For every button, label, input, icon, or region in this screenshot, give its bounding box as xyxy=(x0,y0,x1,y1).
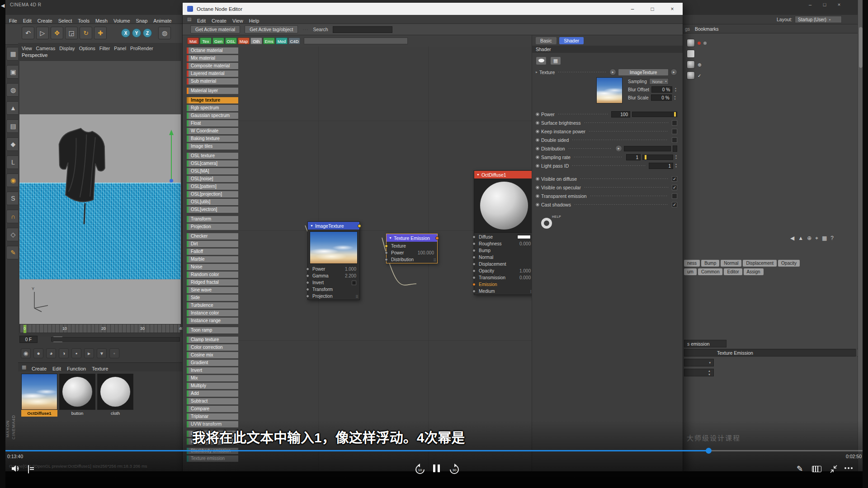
transparent-emission-checkbox[interactable] xyxy=(672,193,677,199)
node-type-instance-color[interactable]: Instance color xyxy=(187,310,238,316)
channel-tab-assign[interactable]: Assign xyxy=(744,268,764,275)
sampling-rate-field[interactable]: 1 xyxy=(626,154,641,160)
node-type-subtract[interactable]: Subtract xyxy=(187,398,238,404)
param-row-opacity[interactable]: Opacity1.000 xyxy=(474,267,534,274)
param-row-invert[interactable]: Invert xyxy=(308,279,359,286)
node-graph-canvas[interactable]: ▼ ImageTexture Power1.000Gamma2.200Inver… xyxy=(238,47,532,471)
category-tab-map[interactable]: Map xyxy=(238,38,250,44)
viewport-menu-display[interactable]: Display xyxy=(59,46,75,51)
panel-scrollbar[interactable] xyxy=(858,0,863,471)
light-pass-pin[interactable] xyxy=(536,164,539,168)
node-type-texture-emission[interactable]: Texture emission xyxy=(187,455,238,462)
node-type-image-texture[interactable]: Image texture xyxy=(187,97,238,103)
category-tab-gen[interactable]: Gen xyxy=(212,38,224,44)
transform-pin[interactable] xyxy=(306,288,309,291)
c4d-menu-tools[interactable]: Tools xyxy=(78,18,90,23)
undo-icon[interactable]: ↶ xyxy=(22,27,34,39)
skip-back-button[interactable]: 10 xyxy=(414,464,426,475)
diffuse-pin[interactable] xyxy=(472,235,476,239)
category-tab-med[interactable]: Med xyxy=(276,38,288,44)
node-type-add[interactable]: Add xyxy=(187,390,238,397)
visible-on-diffuse-checkbox[interactable]: ✓ xyxy=(672,176,677,182)
viewport-menu-panel[interactable]: Panel xyxy=(114,46,126,51)
output-pin[interactable] xyxy=(358,224,361,228)
category-tab-osl[interactable]: OSL xyxy=(225,38,237,44)
keyboard-icon[interactable] xyxy=(812,466,821,472)
node-type-mix-material[interactable]: Mix material xyxy=(187,55,238,61)
axis-x-button[interactable]: X xyxy=(121,28,130,38)
param-row-distribution[interactable]: Distribution xyxy=(387,256,437,263)
material-menu-function[interactable]: Function xyxy=(67,366,86,371)
power-pin[interactable] xyxy=(306,267,309,271)
stepper-arrows-icon[interactable]: ▲▼ xyxy=(675,163,677,168)
get-active-material-button[interactable]: Get Active material xyxy=(190,25,240,33)
displacement-pin[interactable] xyxy=(472,263,476,266)
distribution-node-button[interactable]: ▸ xyxy=(615,145,622,152)
collapse-triangle-icon[interactable]: ▼ xyxy=(389,236,392,239)
material-menu-create[interactable]: Create xyxy=(32,366,47,371)
close-button[interactable]: × xyxy=(665,6,679,12)
node-type-float[interactable]: Float xyxy=(187,120,238,127)
object-row[interactable]: ⊕ xyxy=(687,61,707,69)
c4d-menu-file[interactable]: File xyxy=(9,18,17,23)
param-row-medium[interactable]: Medium xyxy=(474,288,534,295)
channel-tab-editor[interactable]: Editor xyxy=(724,268,742,275)
category-tab-tex[interactable]: Tex xyxy=(200,38,212,44)
param-row-projection[interactable]: Projection xyxy=(308,293,359,300)
captions-icon[interactable] xyxy=(28,465,29,474)
param-row-normal[interactable]: Normal xyxy=(474,254,534,261)
get-active-tag-button[interactable]: Get Active tag/object xyxy=(245,25,298,33)
tab-bookmarks[interactable]: Bookmarks xyxy=(695,26,719,32)
blur-offset-field[interactable]: 0 % xyxy=(651,86,672,93)
float-texture-button[interactable] xyxy=(536,56,547,65)
node-type-ridged-fractal[interactable]: Ridged fractal xyxy=(187,279,238,286)
node-type-checker[interactable]: Checker xyxy=(187,233,238,239)
normal-pin[interactable] xyxy=(472,256,476,259)
param-row-roughness[interactable]: Roughness0.000 xyxy=(474,240,534,247)
resize-grip[interactable]: ⠿ xyxy=(433,258,436,263)
maximize-button[interactable]: □ xyxy=(646,6,659,12)
object-row[interactable]: ✓ xyxy=(687,71,707,80)
param-row-bump[interactable]: Bump xyxy=(474,247,534,254)
node-type-layered-material[interactable]: Layered material xyxy=(187,70,238,77)
param-row-texture[interactable]: Texture xyxy=(387,243,437,249)
node-type-gradient[interactable]: Gradient xyxy=(187,360,238,366)
node-type-marble[interactable]: Marble xyxy=(187,256,238,263)
category-tab-c4d[interactable]: C4D xyxy=(288,38,300,44)
add-object-icon[interactable]: ✚ xyxy=(94,27,107,39)
texture-thumbnail[interactable] xyxy=(596,77,623,103)
double-sided-checkbox[interactable] xyxy=(672,137,677,143)
expand-icon[interactable]: ▾ xyxy=(97,348,107,358)
material-octdiffuse1[interactable]: OctDiffuse1 xyxy=(21,374,57,417)
selection-tool-icon[interactable]: ▷ xyxy=(36,27,49,39)
param-row-power[interactable]: Power100.000 xyxy=(387,249,437,256)
sampling-rate-slider[interactable] xyxy=(642,155,673,160)
plus-icon[interactable]: ⊕ xyxy=(698,62,701,67)
gamma-pin[interactable] xyxy=(306,274,309,277)
node-type-noise[interactable]: Noise xyxy=(187,264,238,270)
object-row[interactable] xyxy=(687,39,707,47)
texture-pin[interactable] xyxy=(385,244,388,248)
progress-bar[interactable] xyxy=(5,450,863,451)
resize-grip[interactable]: ⠿ xyxy=(355,295,359,299)
timeline-ruler[interactable]: 010203040 xyxy=(19,324,181,333)
node-type-projection[interactable]: Projection xyxy=(187,224,238,230)
invert-pin[interactable] xyxy=(306,281,309,284)
channel-tab-displacement[interactable]: Displacement xyxy=(743,260,777,267)
axis-z-button[interactable]: Z xyxy=(143,28,152,38)
opacity-pin[interactable] xyxy=(472,269,476,272)
blur-scale-field[interactable]: 0 % xyxy=(651,94,672,101)
node-type-mix[interactable]: Mix xyxy=(187,375,238,381)
viewport-menu-prorender[interactable]: ProRender xyxy=(130,46,153,51)
node-type-octane-material[interactable]: Octane material xyxy=(187,47,238,54)
node-type-random-color[interactable]: Random color xyxy=(187,272,238,278)
search-input[interactable] xyxy=(333,26,392,33)
stepper-field[interactable]: ▲▼ xyxy=(684,369,714,376)
node-header[interactable]: ▼ Texture Emission xyxy=(387,234,437,242)
texture-node-button[interactable]: ▸ xyxy=(609,69,616,75)
expander-icon[interactable]: ▸ xyxy=(536,70,538,74)
target-icon[interactable]: ⌖ xyxy=(815,235,818,241)
up-icon[interactable]: ▲ xyxy=(798,235,803,241)
node-texture-emission[interactable]: ▼ Texture Emission TexturePower100.000Di… xyxy=(386,234,438,263)
bump-pin[interactable] xyxy=(472,249,476,252)
